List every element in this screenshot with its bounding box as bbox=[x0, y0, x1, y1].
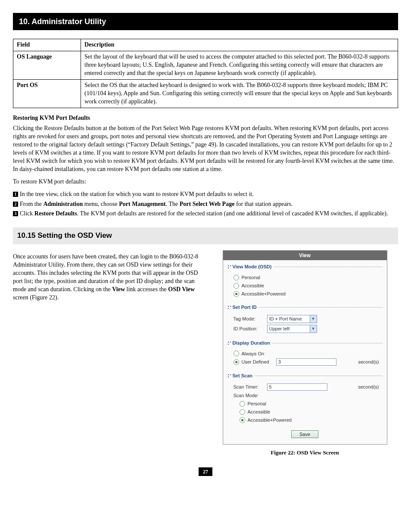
section-heading: 10.15 Setting the OSD View bbox=[13, 227, 398, 244]
step-2: 2From the Administration menu, choose Po… bbox=[13, 200, 398, 208]
radio-label: Always On bbox=[242, 351, 265, 357]
radio-icon[interactable] bbox=[240, 401, 245, 407]
step-3: 3Click Restore Defaults. The KVM port de… bbox=[13, 210, 398, 218]
radio-icon[interactable] bbox=[240, 409, 245, 415]
display-duration-group: Display Duration Always On User Defined … bbox=[227, 340, 383, 369]
field-label: ID Position: bbox=[234, 326, 264, 332]
field-label: Scan Mode: bbox=[234, 392, 264, 399]
field-desc: Set the layout of the keyboard that will… bbox=[81, 51, 398, 80]
chevron-down-icon: ▼ bbox=[310, 315, 317, 323]
field-desc: Select the OS that the attached keyboard… bbox=[81, 79, 398, 108]
osd-view-panel: View View Mode (OSD) Personal Accessible… bbox=[223, 250, 387, 444]
field-label: Tag Mode: bbox=[234, 316, 264, 322]
field-description-table: Field Description OS Language Set the la… bbox=[13, 39, 398, 108]
restore-lead: To restore KVM port defaults: bbox=[13, 178, 398, 186]
radio-label: Accessible bbox=[248, 409, 271, 415]
view-mode-group: View Mode (OSD) Personal Accessible Acce… bbox=[227, 264, 383, 299]
set-port-id-group: Set Port ID Tag Mode: ID + Port Name▼ ID… bbox=[227, 304, 383, 336]
radio-icon[interactable] bbox=[234, 275, 239, 280]
restore-heading: Restoring KVM Port Defaults bbox=[13, 114, 398, 122]
save-button[interactable]: Save bbox=[291, 430, 318, 438]
radio-icon[interactable] bbox=[234, 351, 239, 356]
radio-label: Personal bbox=[248, 401, 266, 407]
chevron-down-icon: ▼ bbox=[310, 325, 317, 333]
group-legend: Set Port ID bbox=[227, 304, 258, 311]
field-name: OS Language bbox=[17, 53, 52, 60]
step-number-icon: 2 bbox=[13, 202, 18, 207]
col-header-field: Field bbox=[13, 39, 81, 51]
tag-mode-select[interactable]: ID + Port Name▼ bbox=[267, 315, 317, 323]
unit-label: second(s) bbox=[358, 359, 382, 365]
radio-icon[interactable] bbox=[234, 283, 239, 289]
radio-label: Accessible+Powered bbox=[242, 291, 286, 297]
group-legend: View Mode (OSD) bbox=[227, 264, 274, 270]
group-legend: Display Duration bbox=[227, 340, 272, 346]
step-number-icon: 1 bbox=[13, 192, 18, 197]
field-name: Port OS bbox=[17, 82, 38, 88]
figure-caption: Figure 22: OSD View Screen bbox=[271, 449, 339, 457]
id-position-select[interactable]: Upper left▼ bbox=[267, 325, 317, 333]
section-paragraph: Once accounts for users have been create… bbox=[13, 253, 199, 302]
page-number: 27 bbox=[199, 467, 212, 476]
radio-label: User Defined bbox=[242, 359, 269, 365]
field-label: Scan Timer: bbox=[234, 384, 264, 390]
unit-label: second(s) bbox=[358, 384, 382, 390]
scan-timer-input[interactable]: 5 bbox=[267, 383, 327, 391]
group-legend: Set Scan bbox=[227, 373, 254, 379]
set-scan-group: Set Scan Scan Timer: 5 second(s) Scan Mo… bbox=[227, 373, 383, 426]
restore-paragraph: Clicking the Restore Defaults button at … bbox=[13, 124, 398, 173]
radio-icon[interactable] bbox=[234, 291, 239, 297]
radio-label: Accessible bbox=[242, 283, 265, 289]
col-header-description: Description bbox=[81, 39, 398, 51]
step-1: 1In the tree view, click on the station … bbox=[13, 190, 398, 199]
radio-icon[interactable] bbox=[234, 359, 239, 365]
radio-label: Accessible+Powered bbox=[248, 417, 292, 423]
radio-icon[interactable] bbox=[240, 417, 245, 423]
table-row: Port OS Select the OS that the attached … bbox=[13, 79, 398, 108]
duration-input[interactable]: 3 bbox=[276, 358, 336, 366]
chapter-heading: 10. Administrator Utility bbox=[13, 13, 398, 30]
step-number-icon: 3 bbox=[13, 211, 18, 216]
radio-label: Personal bbox=[242, 274, 260, 281]
table-row: OS Language Set the layout of the keyboa… bbox=[13, 51, 398, 80]
panel-title: View bbox=[223, 251, 387, 260]
